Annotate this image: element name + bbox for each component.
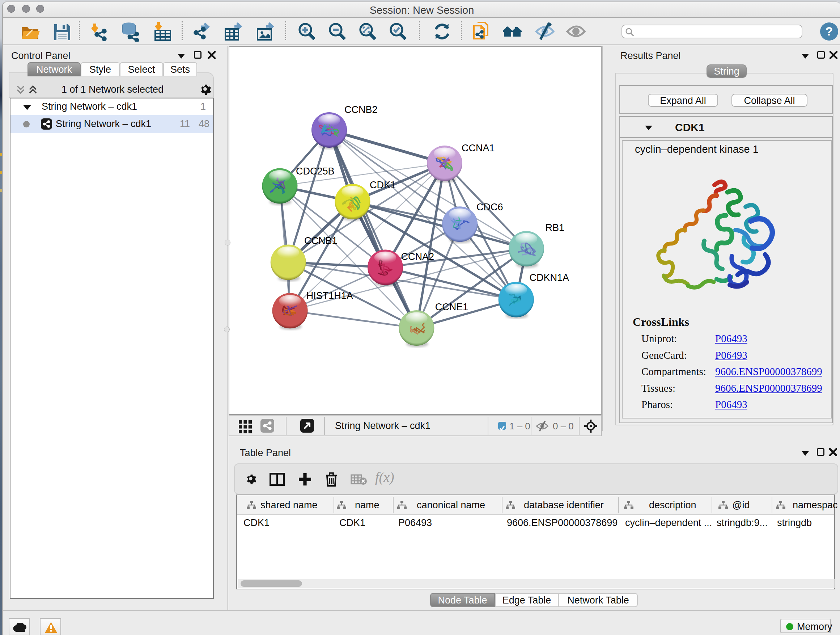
svg-text:CCNE1: CCNE1: [435, 302, 469, 312]
svg-text:CDK1: CDK1: [370, 180, 396, 190]
svg-text:CCNB2: CCNB2: [344, 104, 378, 115]
svg-text:CDC6: CDC6: [477, 202, 503, 212]
svg-text:CDKN1A: CDKN1A: [530, 272, 569, 283]
svg-text:?: ?: [826, 24, 833, 38]
svg-text:CCNA2: CCNA2: [401, 251, 434, 262]
svg-text:CCNA1: CCNA1: [462, 143, 495, 154]
svg-text:RB1: RB1: [545, 222, 564, 233]
svg-text:HIST1H1A: HIST1H1A: [306, 290, 353, 301]
svg-text:CCNB1: CCNB1: [304, 235, 338, 246]
svg-text:CDC25B: CDC25B: [296, 166, 335, 177]
